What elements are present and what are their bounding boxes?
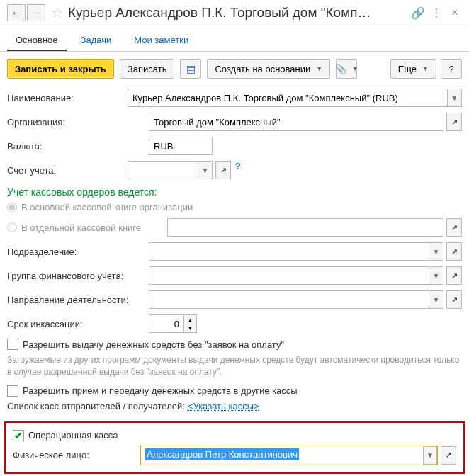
highlighted-section: ✔ Операционная касса Физическое лицо: Ал…: [4, 421, 465, 474]
collection-label: Срок инкассации:: [7, 319, 149, 329]
collection-input[interactable]: [149, 314, 184, 333]
account-input[interactable]: [128, 161, 198, 179]
allow-transfer-checkbox[interactable]: [7, 385, 18, 397]
person-dropdown-button[interactable]: ▼: [423, 446, 437, 465]
nav-back-button[interactable]: ←: [7, 4, 26, 21]
account-open-button[interactable]: ↗: [215, 161, 231, 179]
dept-label: Подразделение:: [7, 246, 149, 257]
create-based-button[interactable]: Создать на основании: [207, 59, 330, 79]
nav-forward-button[interactable]: →: [27, 4, 45, 21]
fingroup-input[interactable]: [149, 266, 429, 285]
activity-dropdown-button[interactable]: ▼: [429, 290, 443, 309]
separate-cashbook-input: [167, 218, 443, 237]
org-label: Организация:: [7, 117, 149, 128]
activity-label: Направление деятельности:: [7, 295, 149, 305]
fingroup-open-button[interactable]: ↗: [446, 266, 462, 285]
operational-cash-checkbox[interactable]: ✔: [13, 430, 24, 441]
person-input[interactable]: Александров Петр Константинович: [141, 446, 423, 463]
fingroup-label: Группа финансового учета:: [7, 271, 149, 281]
close-icon[interactable]: ×: [448, 6, 462, 19]
tab-notes[interactable]: Мои заметки: [125, 30, 197, 51]
save-close-button[interactable]: Записать и закрыть: [7, 59, 114, 79]
attach-dropdown-button[interactable]: 📎: [336, 59, 357, 79]
help-button[interactable]: ?: [441, 59, 462, 79]
kebab-menu-icon[interactable]: ⋮: [429, 6, 443, 20]
fingroup-dropdown-button[interactable]: ▼: [429, 266, 443, 285]
favorite-star-icon[interactable]: ☆: [51, 4, 64, 21]
dept-dropdown-button[interactable]: ▼: [429, 242, 443, 261]
radio-separate-cashbook-label: В отдельной кассовой книге: [21, 222, 163, 233]
save-button[interactable]: Записать: [120, 59, 175, 79]
collection-spin-down[interactable]: ▼: [184, 324, 197, 333]
allow-issue-checkbox[interactable]: [7, 339, 18, 350]
allow-transfer-label: Разрешить прием и передачу денежных сред…: [23, 385, 298, 396]
operational-cash-label: Операционная касса: [28, 430, 118, 441]
separate-cashbook-open-button[interactable]: ↗: [446, 218, 462, 237]
activity-open-button[interactable]: ↗: [446, 290, 462, 309]
more-button[interactable]: Еще: [390, 59, 436, 79]
radio-separate-cashbook: [7, 222, 17, 232]
collection-spin-up[interactable]: ▲: [184, 314, 197, 324]
name-dropdown-button[interactable]: ▼: [448, 89, 462, 107]
radio-main-cashbook-label: В основной кассовой книге организации: [21, 202, 193, 212]
link-icon[interactable]: 🔗: [411, 6, 425, 20]
allow-issue-note: Загружаемые из других программ документы…: [7, 354, 462, 378]
currency-label: Валюта:: [7, 141, 149, 152]
report-icon-button[interactable]: ▤: [180, 59, 201, 79]
cashlist-link[interactable]: <Указать кассы>: [188, 401, 259, 412]
currency-input[interactable]: [149, 137, 213, 155]
dept-open-button[interactable]: ↗: [446, 242, 462, 261]
allow-issue-label: Разрешить выдачу денежных средств без "з…: [23, 339, 284, 350]
org-input[interactable]: [149, 113, 443, 131]
page-title: Курьер Александров П.К. Торговый дом "Ко…: [68, 5, 407, 21]
person-label: Физическое лицо:: [13, 450, 140, 460]
account-dropdown-button[interactable]: ▼: [198, 161, 213, 179]
name-label: Наименование:: [7, 93, 128, 103]
cashlist-label: Список касс отправителей / получателей:: [7, 401, 185, 412]
account-help-icon[interactable]: ?: [235, 161, 241, 179]
cash-orders-section-title: Учет кассовых ордеров ведется:: [7, 186, 462, 198]
tab-tasks[interactable]: Задачи: [72, 30, 120, 51]
org-open-button[interactable]: ↗: [446, 113, 462, 131]
tab-main[interactable]: Основное: [7, 30, 67, 51]
dept-input[interactable]: [149, 242, 429, 261]
account-label: Счет учета:: [7, 165, 128, 176]
radio-main-cashbook: [7, 203, 17, 212]
person-open-button[interactable]: ↗: [441, 446, 456, 465]
name-input[interactable]: [128, 89, 448, 107]
activity-input[interactable]: [149, 290, 429, 309]
